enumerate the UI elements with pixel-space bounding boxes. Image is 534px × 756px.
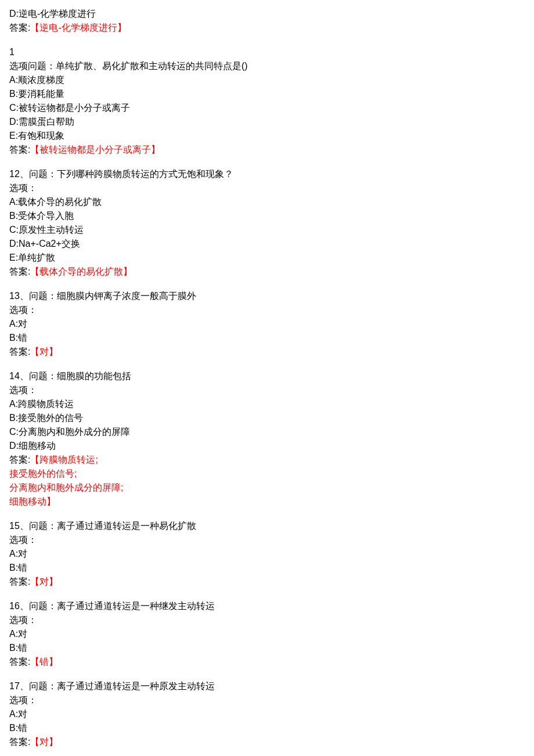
answer-text-1: 【跨膜物质转运; [30,455,98,465]
options-label: 选项： [9,181,525,195]
answer-label: 答案: [9,347,30,357]
option-b: B:错 [9,721,525,735]
answer-label: 答案: [9,657,30,667]
option-c: C:原发性主动转运 [9,223,525,237]
option-b: B:错 [9,561,525,575]
answer-text: 【对】 [30,577,58,586]
option-e: E:有饱和现象 [9,129,525,143]
option-a: A:对 [9,317,525,331]
side-note-1: 1 [9,45,525,59]
answer-label: 答案: [9,577,30,586]
question-block-12: 12、问题：下列哪种跨膜物质转运的方式无饱和现象？ 选项： A:载体介导的易化扩… [9,167,525,279]
answer-line: 答案:【对】 [9,575,525,589]
answer-line: 答案:【错】 [9,655,525,669]
option-b: B:错 [9,331,525,345]
answer-line: 答案:【对】 [9,735,525,749]
answer-text: 【逆电-化学梯度进行】 [30,23,126,33]
answer-text-4: 细胞移动】 [9,495,525,509]
option-d: D:细胞移动 [9,439,525,453]
answer-label: 答案: [9,737,30,747]
question-block-15: 15、问题：离子通过通道转运是一种易化扩散 选项： A:对 B:错 答案:【对】 [9,519,525,589]
option-a: A:顺浓度梯度 [9,73,525,87]
answer-text: 【对】 [30,347,58,357]
answer-text: 【错】 [30,657,58,667]
question-text-line: 选项 问题：单纯扩散、易化扩散和主动转运的共同特点是() [9,59,525,73]
question-block-14: 14、问题：细胞膜的功能包括 选项： A:跨膜物质转运 B:接受胞外的信号 C:… [9,369,525,509]
answer-label: 答案: [9,23,30,33]
answer-label: 答案: [9,267,30,276]
question-text: 13、问题：细胞膜内钾离子浓度一般高于膜外 [9,289,525,303]
answer-label: 答案: [9,145,30,154]
question-text: 问题：单纯扩散、易化扩散和主动转运的共同特点是() [28,61,248,71]
answer-line: 答案:【跨膜物质转运; [9,453,525,467]
question-block-16: 16、问题：离子通过通道转运是一种继发主动转运 选项： A:对 B:错 答案:【… [9,599,525,669]
side-note-2: 选项 [9,59,28,73]
option-d: D:需膜蛋白帮助 [9,115,525,129]
question-text: 14、问题：细胞膜的功能包括 [9,369,525,383]
question-block-17: 17、问题：离子通过通道转运是一种原发主动转运 选项： A:对 B:错 答案:【… [9,679,525,749]
option-a: A:对 [9,707,525,721]
option-b: B:要消耗能量 [9,87,525,101]
options-label: 选项： [9,303,525,317]
option-a: A:载体介导的易化扩散 [9,195,525,209]
question-text: 15、问题：离子通过通道转运是一种易化扩散 [9,519,525,533]
option-a: A:跨膜物质转运 [9,397,525,411]
question-text: 16、问题：离子通过通道转运是一种继发主动转运 [9,599,525,613]
answer-text: 【被转运物都是小分子或离子】 [30,145,160,154]
answer-line: 答案:【载体介导的易化扩散】 [9,265,525,279]
question-text: 17、问题：离子通过通道转运是一种原发主动转运 [9,679,525,693]
answer-text-2: 接受胞外的信号; [9,467,525,481]
options-label: 选项： [9,533,525,547]
question-block-11: 1 选项 问题：单纯扩散、易化扩散和主动转运的共同特点是() A:顺浓度梯度 B… [9,45,525,157]
answer-line: 答案:【逆电-化学梯度进行】 [9,21,525,35]
answer-line: 答案:【被转运物都是小分子或离子】 [9,143,525,157]
option-c: C:被转运物都是小分子或离子 [9,101,525,115]
answer-text: 【载体介导的易化扩散】 [30,267,132,276]
question-text: 12、问题：下列哪种跨膜物质转运的方式无饱和现象？ [9,167,525,181]
option-b: B:接受胞外的信号 [9,411,525,425]
question-block-13: 13、问题：细胞膜内钾离子浓度一般高于膜外 选项： A:对 B:错 答案:【对】 [9,289,525,359]
options-label: 选项： [9,613,525,627]
answer-text: 【对】 [30,737,58,747]
options-label: 选项： [9,383,525,397]
answer-line: 答案:【对】 [9,345,525,359]
answer-text-3: 分离胞内和胞外成分的屏障; [9,481,525,495]
option-d: D:Na+-Ca2+交换 [9,237,525,251]
option-a: A:对 [9,547,525,561]
options-label: 选项： [9,693,525,707]
option-b: B:受体介导入胞 [9,209,525,223]
option-e: E:单纯扩散 [9,251,525,265]
question-block-prev: D:逆电-化学梯度进行 答案:【逆电-化学梯度进行】 [9,7,525,35]
answer-label: 答案: [9,455,30,465]
option-b: B:错 [9,641,525,655]
option-a: A:对 [9,627,525,641]
option-d: D:逆电-化学梯度进行 [9,7,525,21]
option-c: C:分离胞内和胞外成分的屏障 [9,425,525,439]
